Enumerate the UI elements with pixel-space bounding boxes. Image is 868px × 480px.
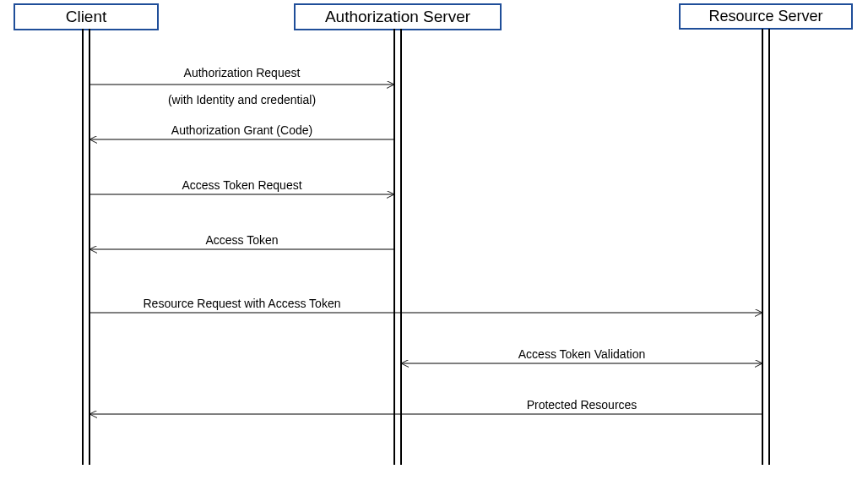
- msg-resource-request: Resource Request with Access Token: [90, 297, 393, 310]
- participant-authorization-server: Authorization Server: [294, 3, 502, 30]
- msg-protected-resources: Protected Resources: [402, 398, 762, 412]
- msg-access-token-validation: Access Token Validation: [402, 347, 762, 361]
- msg-line: Authorization Request: [184, 66, 301, 79]
- participant-resource-server: Resource Server: [679, 3, 853, 30]
- msg-line: (with Identity and credential): [168, 93, 316, 106]
- participant-client: Client: [14, 3, 159, 30]
- msg-authorization-request: Authorization Request (with Identity and…: [90, 52, 393, 106]
- msg-authorization-grant: Authorization Grant (Code): [90, 123, 393, 137]
- lifeline-resource-server: [762, 29, 770, 465]
- msg-access-token-request: Access Token Request: [90, 178, 393, 192]
- msg-access-token: Access Token: [90, 233, 393, 247]
- lifeline-client: [82, 29, 90, 465]
- lifeline-authorization-server: [393, 29, 402, 465]
